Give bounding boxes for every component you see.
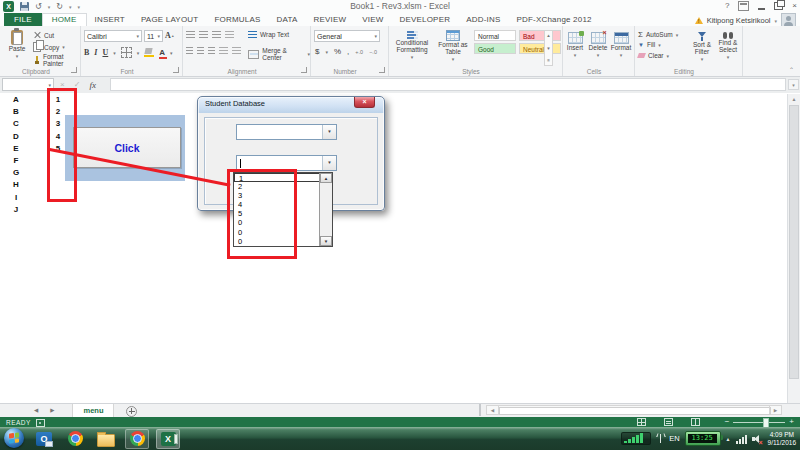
font-color-icon[interactable]: A: [159, 49, 165, 56]
cell[interactable]: E: [9, 143, 23, 155]
align-right-icon[interactable]: [208, 47, 215, 54]
cell[interactable]: F: [9, 155, 23, 167]
taskbar-excel[interactable]: X: [156, 429, 180, 449]
wrap-text-button[interactable]: Wrap Text: [248, 31, 289, 38]
insert-cells-button[interactable]: Insert▾: [564, 32, 586, 58]
autosum-button[interactable]: Σ AutoSum▾: [638, 30, 678, 39]
next-sheet-icon[interactable]: ▶: [44, 404, 60, 417]
volume-muted-icon[interactable]: ×: [752, 433, 763, 444]
horizontal-scroll-thumb[interactable]: [499, 407, 771, 415]
clear-button[interactable]: Clear▾: [638, 52, 669, 59]
scroll-right-icon[interactable]: ▶: [769, 406, 781, 414]
antenna-icon[interactable]: [656, 433, 664, 444]
paste-button[interactable]: Paste ▾: [4, 30, 30, 59]
taskbar-explorer[interactable]: [94, 429, 118, 449]
increase-indent-icon[interactable]: [232, 47, 241, 54]
account-dropdown-icon[interactable]: ▾: [774, 18, 777, 24]
tab-developer[interactable]: DEVELOPER: [391, 13, 458, 26]
close-button[interactable]: ×: [792, 1, 797, 11]
copy-button[interactable]: Copy ▾: [33, 42, 65, 52]
zoom-in-icon[interactable]: +: [789, 418, 794, 426]
list-scroll-down-icon[interactable]: ▼: [320, 236, 332, 246]
align-bottom-icon[interactable]: [212, 31, 221, 38]
cell[interactable]: J: [9, 204, 23, 216]
cell[interactable]: D: [9, 131, 23, 143]
help-button[interactable]: ?: [725, 1, 729, 11]
taskbar-chrome-open[interactable]: [125, 429, 149, 449]
minimize-button[interactable]: [758, 8, 765, 10]
format-as-table-button[interactable]: Format as Table▾: [435, 30, 471, 62]
increase-decimal-icon[interactable]: +.0: [355, 49, 363, 55]
signal-meter-icon[interactable]: [621, 432, 651, 445]
cell[interactable]: C: [9, 118, 23, 130]
tab-scroll-splitter[interactable]: [479, 404, 481, 416]
decrease-decimal-icon[interactable]: −.0: [369, 49, 377, 55]
tab-file[interactable]: FILE: [4, 13, 42, 26]
tab-data[interactable]: DATA: [268, 13, 305, 26]
scroll-left-icon[interactable]: ◀: [487, 406, 499, 414]
merge-center-button[interactable]: Merge & Center ▾: [248, 47, 310, 61]
cut-button[interactable]: Cut: [33, 31, 54, 39]
tab-home[interactable]: HOME: [42, 13, 87, 26]
style-good[interactable]: Good: [474, 43, 516, 54]
sort-filter-button[interactable]: Sort & Filter▾: [690, 32, 714, 62]
prev-sheet-icon[interactable]: ◀: [28, 404, 44, 417]
alignment-dialog-launcher-icon[interactable]: [301, 67, 307, 73]
style-neutral[interactable]: Neutral: [519, 43, 561, 54]
style-normal[interactable]: Normal: [474, 30, 516, 41]
borders-icon[interactable]: [121, 47, 132, 58]
formula-bar-collapse-icon[interactable]: ▾: [788, 79, 799, 90]
new-sheet-button[interactable]: [126, 406, 137, 417]
formula-input[interactable]: [110, 78, 786, 91]
taskbar-outlook[interactable]: O: [32, 429, 56, 449]
underline-dropdown-icon[interactable]: ▾: [113, 50, 116, 56]
restore-button[interactable]: [774, 2, 783, 10]
tab-page-layout[interactable]: PAGE LAYOUT: [133, 13, 206, 26]
zoom-out-icon[interactable]: −: [725, 418, 730, 426]
accounting-format-button[interactable]: $: [315, 47, 319, 56]
cell[interactable]: I: [9, 192, 23, 204]
orientation-icon[interactable]: [225, 31, 234, 38]
zoom-slider[interactable]: [733, 422, 785, 423]
tab-view[interactable]: VIEW: [354, 13, 391, 26]
cell[interactable]: H: [9, 179, 23, 191]
ribbon-display-options-button[interactable]: [738, 1, 749, 11]
conditional-formatting-button[interactable]: Conditional Formatting▾: [391, 30, 433, 60]
fill-color-icon[interactable]: [144, 48, 154, 57]
list-scroll-up-icon[interactable]: ▲: [320, 173, 332, 183]
cell[interactable]: A: [9, 94, 23, 106]
start-button[interactable]: [4, 428, 24, 448]
page-layout-view-icon[interactable]: [664, 418, 673, 426]
italic-button[interactable]: I: [94, 48, 97, 57]
grow-font-icon[interactable]: A: [165, 31, 171, 40]
normal-view-icon[interactable]: [637, 418, 646, 426]
align-center-icon[interactable]: [197, 47, 204, 54]
combobox-1[interactable]: ▼: [236, 124, 337, 140]
font-name-select[interactable]: Calibri▾: [84, 30, 142, 42]
scroll-up-icon[interactable]: ▲: [788, 94, 800, 104]
tab-review[interactable]: REVIEW: [305, 13, 354, 26]
grow-shrink-font[interactable]: A▴: [165, 31, 174, 40]
list-scrollbar[interactable]: ▲ ▼: [319, 173, 332, 246]
find-select-button[interactable]: Find & Select▾: [716, 32, 740, 60]
font-dialog-launcher-icon[interactable]: [173, 67, 179, 73]
align-middle-icon[interactable]: [199, 31, 208, 38]
percent-style-button[interactable]: %: [334, 47, 341, 56]
combobox-1-dropdown-icon[interactable]: ▼: [322, 125, 336, 139]
page-break-view-icon[interactable]: [691, 418, 700, 426]
battery-widget[interactable]: 13:25: [685, 431, 721, 446]
language-indicator[interactable]: EN: [669, 434, 679, 443]
dialog-close-button[interactable]: ×: [354, 97, 375, 108]
macro-record-icon[interactable]: [36, 419, 45, 427]
bold-button[interactable]: B: [84, 48, 89, 57]
cell[interactable]: B: [9, 106, 23, 118]
clipboard-dialog-launcher-icon[interactable]: [71, 67, 77, 73]
insert-function-button[interactable]: fx: [89, 80, 96, 90]
taskbar-clock[interactable]: 4:09 PM 9/11/2016: [768, 431, 796, 447]
fill-button[interactable]: ▼ Fill▾: [638, 41, 661, 48]
style-bad[interactable]: Bad: [519, 30, 561, 41]
number-dialog-launcher-icon[interactable]: [379, 67, 385, 73]
tab-formulas[interactable]: FORMULAS: [206, 13, 268, 26]
taskbar-chrome-pinned[interactable]: [63, 429, 87, 449]
tab-add-ins[interactable]: ADD-INS: [458, 13, 508, 26]
